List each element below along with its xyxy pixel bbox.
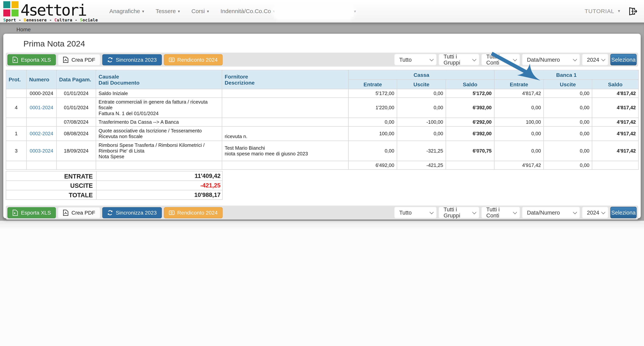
cell-banca-uscite: 0,00 xyxy=(544,98,592,118)
numero-link[interactable]: 0002-2024 xyxy=(30,131,53,136)
subtotal-cassa-saldo xyxy=(446,161,494,170)
numero-link[interactable]: 0001-2024 xyxy=(30,105,53,111)
filter-select-tutti-i-conti[interactable]: Tutti i Conti xyxy=(482,207,520,218)
cell-prot: 4 xyxy=(6,98,26,118)
col-header-numero: Numero xyxy=(26,70,56,89)
cell-causale: Quote associative da Iscrizione / Tesser… xyxy=(96,126,222,141)
crea-pdf-button[interactable]: Crea PDF xyxy=(58,54,100,65)
money-icon xyxy=(169,209,174,216)
cell-cassa-entrate: 0,00 xyxy=(348,118,397,127)
button-label: Esporta XLS xyxy=(21,209,51,216)
filter-select-data-numero[interactable]: Data/Numero xyxy=(522,54,580,66)
cell-prot xyxy=(6,89,26,98)
brand-square xyxy=(12,9,18,16)
selected-value: Tutti i Conti xyxy=(486,54,513,66)
cell-numero: 0003-2024 xyxy=(26,141,56,161)
col-header-banca-entrate: Entrate xyxy=(494,80,544,89)
menu-item-corsi[interactable]: Corsi▾ xyxy=(186,4,215,19)
cell-cassa-saldo: 6'392,00 xyxy=(446,126,494,141)
chevron-down-icon: ▾ xyxy=(142,9,144,14)
chevron-down-icon xyxy=(430,210,434,214)
cell-cassa-saldo: 6'392,00 xyxy=(446,98,494,118)
tagline-segment: S xyxy=(80,18,83,22)
filter-select-tutti-i-gruppi[interactable]: Tutti i Gruppi xyxy=(438,54,479,66)
filter-select-tutti-i-gruppi[interactable]: Tutti i Gruppi xyxy=(438,207,479,218)
subtotal-row: 6'492,00-421,254'917,420,00 xyxy=(6,161,638,170)
filter-select-2024[interactable]: 2024 xyxy=(582,207,608,218)
chevron-down-icon xyxy=(573,57,577,61)
esporta-xls-button[interactable]: Esporta XLS xyxy=(8,207,56,218)
subtotal-banca-entrate: 4'917,42 xyxy=(494,161,544,170)
cell-numero: 0002-2024 xyxy=(26,126,56,141)
cell-banca-saldo: 4'917,42 xyxy=(592,118,638,127)
cell-cassa-entrate: 1'220,00 xyxy=(348,98,397,118)
menu-item-label: Anagrafiche xyxy=(109,8,140,15)
excel-file-icon xyxy=(12,57,18,63)
cell-banca-uscite: 0,00 xyxy=(544,126,592,141)
cell-cassa-saldo: 5'172,00 xyxy=(446,89,494,98)
cell-banca-saldo: 4'917,42 xyxy=(592,141,638,161)
chevron-down-icon xyxy=(601,210,605,214)
cell-causale: Saldo Iniziale xyxy=(96,89,222,98)
col-header-cassa-saldo: Saldo xyxy=(446,80,494,89)
filter-select-tutto[interactable]: Tutto xyxy=(394,207,436,218)
group-header-banca-1: Banca 1 xyxy=(494,70,638,80)
seleziona-button[interactable]: Seleziona xyxy=(610,54,636,66)
menu-item-indennit-co-co-co[interactable]: Indennità/Co.Co.Co▾ xyxy=(215,4,281,19)
cell-data-pagam: 08/08/2024 xyxy=(56,126,96,141)
button-label: Sincronizza 2023 xyxy=(116,209,157,216)
cell-cassa-entrate: 5'172,00 xyxy=(348,89,397,98)
col-header-causale: Causale Dati Documento xyxy=(96,70,222,89)
cell-cassa-uscite: -100,00 xyxy=(397,118,446,127)
chevron-down-icon xyxy=(573,210,577,214)
filter-select-data-numero[interactable]: Data/Numero xyxy=(522,207,580,218)
brand-square xyxy=(12,1,18,8)
cell-fornitore: Test Mario Bianchiniota spese mario mee … xyxy=(222,141,348,161)
brand-squares-icon xyxy=(3,1,18,16)
button-label: Crea PDF xyxy=(72,57,95,63)
pdf-file-icon xyxy=(63,209,68,216)
totals-value: 11'409,42 xyxy=(96,171,222,181)
table-row: 40001-202401/01/2024Entrate commerciali … xyxy=(6,98,638,118)
cell-cassa-uscite: 0,00 xyxy=(397,98,446,118)
cell-cassa-uscite: -321,25 xyxy=(397,141,446,161)
menu-item-label: Indennità/Co.Co.Co xyxy=(220,8,271,15)
logout-icon[interactable] xyxy=(628,7,638,16)
filter-select-tutto[interactable]: Tutto xyxy=(394,54,436,66)
brand-logo[interactable]: 4settori Sport - Benessere - Cultura - S… xyxy=(3,1,98,22)
sincronizza-2023-button[interactable]: Sincronizza 2023 xyxy=(102,207,162,218)
crea-pdf-button[interactable]: Crea PDF xyxy=(58,207,100,218)
cell-data-pagam: 01/01/2024 xyxy=(56,89,96,98)
cell-banca-saldo: 4'917,42 xyxy=(592,126,638,141)
breadcrumb-home-link[interactable]: Home xyxy=(16,26,31,33)
chevron-down-icon: ▾ xyxy=(178,9,180,14)
seleziona-button[interactable]: Seleziona xyxy=(610,207,636,218)
filter-select-tutti-i-conti[interactable]: Tutti i Conti xyxy=(482,54,520,66)
button-label: Crea PDF xyxy=(72,209,95,216)
toolbar-top: Esporta XLSCrea PDFSincronizza 2023Rendi… xyxy=(6,53,638,67)
numero-link[interactable]: 0003-2024 xyxy=(30,148,53,154)
page-background-band: Home Prima Nota 2024 Esporta XLSCrea PDF… xyxy=(0,23,644,221)
cell-data-pagam: 01/01/2024 xyxy=(56,98,96,118)
rendiconto-2024-button[interactable]: Rendiconto 2024 xyxy=(164,54,223,65)
selected-value: 2024 xyxy=(587,209,599,216)
esporta-xls-button[interactable]: Esporta XLS xyxy=(8,54,56,65)
user-menu-tutorial[interactable]: TUTORIAL ▼ xyxy=(585,8,621,15)
menu-item-tessere[interactable]: Tessere▾ xyxy=(150,4,186,19)
toolbar-filters: TuttoTutti i GruppiTutti i ContiData/Num… xyxy=(394,54,636,66)
filter-select-2024[interactable]: 2024 xyxy=(582,54,608,66)
cell-cassa-uscite: 0,00 xyxy=(397,126,446,141)
totals-label: ENTRATE xyxy=(6,171,96,181)
cell-empty xyxy=(56,161,96,170)
chevron-down-icon: ▾ xyxy=(207,9,209,14)
tagline-segment: C xyxy=(54,18,57,22)
cell-empty xyxy=(6,161,26,170)
sincronizza-2023-button[interactable]: Sincronizza 2023 xyxy=(102,54,162,65)
money-icon xyxy=(169,57,174,63)
selected-value: 2024 xyxy=(587,57,599,63)
rendiconto-2024-button[interactable]: Rendiconto 2024 xyxy=(164,207,223,218)
subtotal-cassa-entrate: 6'492,00 xyxy=(348,161,397,170)
selected-value: Tutti i Gruppi xyxy=(444,206,472,219)
menu-item-anagrafiche[interactable]: Anagrafiche▾ xyxy=(104,4,150,19)
page-footer-area xyxy=(0,221,644,346)
